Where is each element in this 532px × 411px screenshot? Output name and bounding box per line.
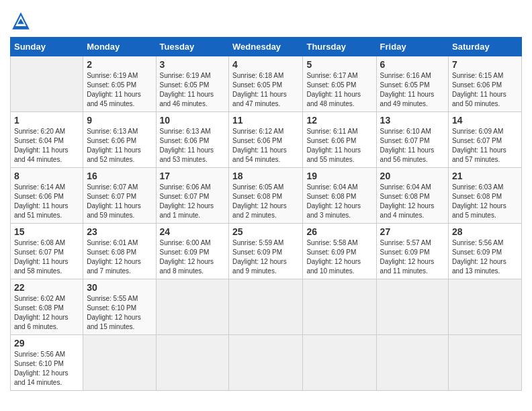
calendar-cell: 8Sunrise: 6:14 AMSunset: 6:06 PMDaylight… — [11, 168, 83, 224]
calendar-cell: 14Sunrise: 6:09 AMSunset: 6:07 PMDayligh… — [449, 112, 522, 168]
calendar-cell: 24Sunrise: 6:00 AMSunset: 6:09 PMDayligh… — [156, 224, 229, 279]
day-info: Sunrise: 6:13 AMSunset: 6:06 PMDaylight:… — [160, 127, 226, 165]
day-info: Sunrise: 6:19 AMSunset: 6:05 PMDaylight:… — [160, 71, 226, 109]
calendar-cell: 20Sunrise: 6:04 AMSunset: 6:08 PMDayligh… — [376, 168, 448, 224]
calendar-cell — [303, 335, 376, 391]
calendar-cell: 26Sunrise: 5:58 AMSunset: 6:09 PMDayligh… — [303, 224, 376, 279]
day-info: Sunrise: 6:11 AMSunset: 6:06 PMDaylight:… — [306, 127, 372, 165]
calendar-cell: 23Sunrise: 6:01 AMSunset: 6:08 PMDayligh… — [83, 224, 156, 279]
calendar-day-header: Monday — [83, 38, 156, 56]
day-info: Sunrise: 6:10 AMSunset: 6:07 PMDaylight:… — [380, 127, 445, 165]
calendar-cell: 21Sunrise: 6:03 AMSunset: 6:08 PMDayligh… — [449, 168, 522, 224]
logo-icon — [10, 10, 32, 32]
day-info: Sunrise: 6:05 AMSunset: 6:08 PMDaylight:… — [232, 183, 299, 220]
calendar-cell: 25Sunrise: 5:59 AMSunset: 6:09 PMDayligh… — [229, 224, 303, 279]
calendar-cell — [376, 335, 448, 391]
day-number: 27 — [380, 226, 445, 237]
day-info: Sunrise: 5:55 AMSunset: 6:10 PMDaylight:… — [87, 294, 152, 332]
calendar-cell — [11, 56, 83, 112]
calendar-cell: 3Sunrise: 6:19 AMSunset: 6:05 PMDaylight… — [156, 56, 229, 112]
calendar-cell: 5Sunrise: 6:17 AMSunset: 6:05 PMDaylight… — [303, 56, 376, 112]
day-info: Sunrise: 6:04 AMSunset: 6:08 PMDaylight:… — [380, 183, 445, 220]
calendar-day-header: Tuesday — [156, 38, 229, 56]
calendar-cell: 6Sunrise: 6:16 AMSunset: 6:05 PMDaylight… — [376, 56, 448, 112]
day-number: 9 — [87, 115, 152, 126]
day-number: 3 — [160, 59, 226, 70]
day-number: 20 — [380, 171, 445, 181]
calendar-day-header: Thursday — [303, 38, 376, 56]
calendar-week-row: 29Sunrise: 5:56 AMSunset: 6:10 PMDayligh… — [11, 335, 522, 391]
day-info: Sunrise: 6:15 AMSunset: 6:06 PMDaylight:… — [452, 71, 518, 109]
calendar-day-header: Friday — [376, 38, 448, 56]
calendar-cell: 13Sunrise: 6:10 AMSunset: 6:07 PMDayligh… — [376, 112, 448, 168]
day-info: Sunrise: 6:08 AMSunset: 6:07 PMDaylight:… — [14, 238, 79, 276]
day-number: 14 — [452, 115, 518, 126]
day-number: 28 — [452, 226, 518, 237]
calendar-cell: 18Sunrise: 6:05 AMSunset: 6:08 PMDayligh… — [229, 168, 303, 224]
calendar-day-header: Saturday — [449, 38, 522, 56]
calendar-cell: 30Sunrise: 5:55 AMSunset: 6:10 PMDayligh… — [83, 279, 156, 335]
calendar-cell: 17Sunrise: 6:06 AMSunset: 6:07 PMDayligh… — [156, 168, 229, 224]
day-info: Sunrise: 5:57 AMSunset: 6:09 PMDaylight:… — [380, 238, 445, 276]
calendar-cell — [156, 279, 229, 335]
calendar-cell: 12Sunrise: 6:11 AMSunset: 6:06 PMDayligh… — [303, 112, 376, 168]
day-info: Sunrise: 5:58 AMSunset: 6:09 PMDaylight:… — [306, 238, 372, 276]
calendar-cell: 19Sunrise: 6:04 AMSunset: 6:08 PMDayligh… — [303, 168, 376, 224]
day-info: Sunrise: 6:09 AMSunset: 6:07 PMDaylight:… — [452, 127, 518, 165]
day-number: 4 — [232, 59, 299, 70]
day-info: Sunrise: 6:03 AMSunset: 6:08 PMDaylight:… — [452, 183, 518, 220]
day-number: 2 — [87, 59, 152, 70]
day-info: Sunrise: 6:13 AMSunset: 6:06 PMDaylight:… — [87, 127, 152, 165]
calendar-cell — [229, 335, 303, 391]
calendar-cell — [229, 279, 303, 335]
day-info: Sunrise: 6:17 AMSunset: 6:05 PMDaylight:… — [306, 71, 372, 109]
calendar-week-row: 1Sunrise: 6:20 AMSunset: 6:04 PMDaylight… — [11, 112, 522, 168]
day-number: 17 — [160, 171, 226, 181]
day-number: 25 — [232, 226, 299, 237]
calendar-cell: 4Sunrise: 6:18 AMSunset: 6:05 PMDaylight… — [229, 56, 303, 112]
day-number: 19 — [306, 171, 372, 181]
day-number: 23 — [87, 226, 152, 237]
day-info: Sunrise: 6:14 AMSunset: 6:06 PMDaylight:… — [14, 183, 79, 220]
day-info: Sunrise: 6:04 AMSunset: 6:08 PMDaylight:… — [306, 183, 372, 220]
day-number: 10 — [160, 115, 226, 126]
calendar-cell — [156, 335, 229, 391]
calendar-day-header: Sunday — [11, 38, 83, 56]
calendar-day-header: Wednesday — [229, 38, 303, 56]
calendar-cell: 11Sunrise: 6:12 AMSunset: 6:06 PMDayligh… — [229, 112, 303, 168]
day-number: 21 — [452, 171, 518, 181]
calendar-cell: 2Sunrise: 6:19 AMSunset: 6:05 PMDaylight… — [83, 56, 156, 112]
calendar-cell — [376, 279, 448, 335]
day-info: Sunrise: 6:01 AMSunset: 6:08 PMDaylight:… — [87, 238, 152, 276]
day-info: Sunrise: 6:16 AMSunset: 6:05 PMDaylight:… — [380, 71, 445, 109]
calendar-cell: 29Sunrise: 5:56 AMSunset: 6:10 PMDayligh… — [11, 335, 83, 391]
calendar-cell: 7Sunrise: 6:15 AMSunset: 6:06 PMDaylight… — [449, 56, 522, 112]
day-info: Sunrise: 5:59 AMSunset: 6:09 PMDaylight:… — [232, 238, 299, 276]
day-info: Sunrise: 5:56 AMSunset: 6:09 PMDaylight:… — [452, 238, 518, 276]
day-info: Sunrise: 6:07 AMSunset: 6:07 PMDaylight:… — [87, 183, 152, 220]
day-number: 22 — [14, 282, 79, 293]
day-number: 5 — [306, 59, 372, 70]
day-number: 24 — [160, 226, 226, 237]
calendar-week-row: 15Sunrise: 6:08 AMSunset: 6:07 PMDayligh… — [11, 224, 522, 279]
calendar-cell: 1Sunrise: 6:20 AMSunset: 6:04 PMDaylight… — [11, 112, 83, 168]
calendar-cell — [83, 335, 156, 391]
calendar-cell: 28Sunrise: 5:56 AMSunset: 6:09 PMDayligh… — [449, 224, 522, 279]
day-info: Sunrise: 6:18 AMSunset: 6:05 PMDaylight:… — [232, 71, 299, 109]
calendar-cell: 22Sunrise: 6:02 AMSunset: 6:08 PMDayligh… — [11, 279, 83, 335]
calendar-cell — [449, 335, 522, 391]
logo — [10, 10, 33, 32]
day-info: Sunrise: 6:20 AMSunset: 6:04 PMDaylight:… — [14, 127, 79, 165]
calendar-cell: 15Sunrise: 6:08 AMSunset: 6:07 PMDayligh… — [11, 224, 83, 279]
day-info: Sunrise: 6:19 AMSunset: 6:05 PMDaylight:… — [87, 71, 152, 109]
day-number: 13 — [380, 115, 445, 126]
day-info: Sunrise: 6:12 AMSunset: 6:06 PMDaylight:… — [232, 127, 299, 165]
day-number: 16 — [87, 171, 152, 181]
day-number: 1 — [14, 115, 79, 126]
calendar-table: SundayMondayTuesdayWednesdayThursdayFrid… — [10, 37, 522, 391]
calendar-cell — [303, 279, 376, 335]
calendar-week-row: 22Sunrise: 6:02 AMSunset: 6:08 PMDayligh… — [11, 279, 522, 335]
day-info: Sunrise: 6:02 AMSunset: 6:08 PMDaylight:… — [14, 294, 79, 332]
day-number: 6 — [380, 59, 445, 70]
day-number: 26 — [306, 226, 372, 237]
